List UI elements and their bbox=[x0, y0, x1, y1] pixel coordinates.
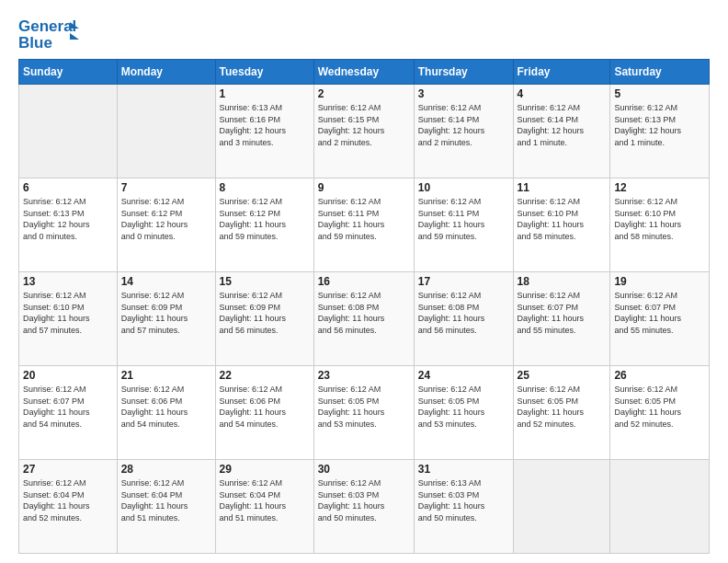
calendar-cell: 4Sunrise: 6:12 AM Sunset: 6:14 PM Daylig… bbox=[513, 85, 610, 178]
day-number: 26 bbox=[614, 369, 705, 382]
calendar-cell: 15Sunrise: 6:12 AM Sunset: 6:09 PM Dayli… bbox=[215, 272, 313, 366]
calendar-cell: 29Sunrise: 6:12 AM Sunset: 6:04 PM Dayli… bbox=[215, 460, 313, 554]
day-number: 2 bbox=[318, 87, 410, 100]
day-number: 17 bbox=[418, 275, 509, 288]
calendar-cell: 21Sunrise: 6:12 AM Sunset: 6:06 PM Dayli… bbox=[117, 366, 215, 460]
calendar-cell: 20Sunrise: 6:12 AM Sunset: 6:07 PM Dayli… bbox=[19, 366, 118, 460]
day-detail: Sunrise: 6:12 AM Sunset: 6:05 PM Dayligh… bbox=[614, 384, 705, 430]
calendar-cell bbox=[513, 460, 610, 554]
day-detail: Sunrise: 6:12 AM Sunset: 6:05 PM Dayligh… bbox=[318, 384, 410, 430]
calendar-cell: 5Sunrise: 6:12 AM Sunset: 6:13 PM Daylig… bbox=[610, 85, 710, 178]
day-number: 4 bbox=[518, 87, 607, 100]
day-number: 28 bbox=[121, 463, 211, 476]
day-detail: Sunrise: 6:12 AM Sunset: 6:07 PM Dayligh… bbox=[518, 290, 607, 336]
day-detail: Sunrise: 6:12 AM Sunset: 6:05 PM Dayligh… bbox=[518, 384, 607, 430]
header-sunday: Sunday bbox=[19, 60, 118, 85]
day-number: 25 bbox=[518, 369, 607, 382]
day-detail: Sunrise: 6:12 AM Sunset: 6:04 PM Dayligh… bbox=[220, 477, 310, 523]
day-number: 31 bbox=[418, 463, 509, 476]
day-detail: Sunrise: 6:12 AM Sunset: 6:04 PM Dayligh… bbox=[121, 477, 211, 523]
day-detail: Sunrise: 6:12 AM Sunset: 6:11 PM Dayligh… bbox=[418, 196, 509, 242]
calendar-cell: 22Sunrise: 6:12 AM Sunset: 6:06 PM Dayli… bbox=[215, 366, 313, 460]
day-number: 15 bbox=[220, 275, 310, 288]
day-detail: Sunrise: 6:12 AM Sunset: 6:08 PM Dayligh… bbox=[318, 290, 410, 336]
day-number: 22 bbox=[220, 369, 310, 382]
calendar-cell: 31Sunrise: 6:13 AM Sunset: 6:03 PM Dayli… bbox=[414, 460, 513, 554]
day-number: 23 bbox=[318, 369, 410, 382]
day-number: 9 bbox=[318, 181, 410, 194]
day-number: 3 bbox=[418, 87, 509, 100]
header-thursday: Thursday bbox=[414, 60, 513, 85]
day-number: 7 bbox=[121, 181, 211, 194]
day-detail: Sunrise: 6:12 AM Sunset: 6:14 PM Dayligh… bbox=[518, 102, 607, 148]
svg-text:Blue: Blue bbox=[18, 34, 52, 52]
day-number: 19 bbox=[614, 275, 705, 288]
logo-svg: GeneralBlue bbox=[18, 15, 87, 52]
day-number: 10 bbox=[418, 181, 509, 194]
day-number: 21 bbox=[121, 369, 211, 382]
header-tuesday: Tuesday bbox=[215, 60, 313, 85]
day-number: 13 bbox=[23, 275, 113, 288]
day-detail: Sunrise: 6:12 AM Sunset: 6:04 PM Dayligh… bbox=[23, 477, 113, 523]
day-number: 5 bbox=[614, 87, 705, 100]
day-number: 12 bbox=[614, 181, 705, 194]
day-detail: Sunrise: 6:12 AM Sunset: 6:10 PM Dayligh… bbox=[614, 196, 705, 242]
day-number: 30 bbox=[318, 463, 410, 476]
day-detail: Sunrise: 6:12 AM Sunset: 6:09 PM Dayligh… bbox=[121, 290, 211, 336]
calendar-cell bbox=[117, 85, 215, 178]
header-wednesday: Wednesday bbox=[313, 60, 414, 85]
day-detail: Sunrise: 6:12 AM Sunset: 6:08 PM Dayligh… bbox=[418, 290, 509, 336]
day-detail: Sunrise: 6:12 AM Sunset: 6:05 PM Dayligh… bbox=[418, 384, 509, 430]
day-number: 27 bbox=[23, 463, 113, 476]
calendar-cell: 8Sunrise: 6:12 AM Sunset: 6:12 PM Daylig… bbox=[215, 178, 313, 272]
day-number: 24 bbox=[418, 369, 509, 382]
day-detail: Sunrise: 6:12 AM Sunset: 6:12 PM Dayligh… bbox=[121, 196, 211, 242]
day-detail: Sunrise: 6:12 AM Sunset: 6:14 PM Dayligh… bbox=[418, 102, 509, 148]
calendar-cell: 1Sunrise: 6:13 AM Sunset: 6:16 PM Daylig… bbox=[215, 85, 313, 178]
calendar-cell: 23Sunrise: 6:12 AM Sunset: 6:05 PM Dayli… bbox=[313, 366, 414, 460]
day-number: 6 bbox=[23, 181, 113, 194]
header-monday: Monday bbox=[117, 60, 215, 85]
day-detail: Sunrise: 6:13 AM Sunset: 6:03 PM Dayligh… bbox=[418, 477, 509, 523]
calendar-cell: 18Sunrise: 6:12 AM Sunset: 6:07 PM Dayli… bbox=[513, 272, 610, 366]
day-detail: Sunrise: 6:12 AM Sunset: 6:06 PM Dayligh… bbox=[121, 384, 211, 430]
day-number: 18 bbox=[518, 275, 607, 288]
calendar: SundayMondayTuesdayWednesdayThursdayFrid… bbox=[18, 59, 710, 554]
calendar-cell bbox=[19, 85, 118, 178]
calendar-cell: 10Sunrise: 6:12 AM Sunset: 6:11 PM Dayli… bbox=[414, 178, 513, 272]
calendar-cell: 2Sunrise: 6:12 AM Sunset: 6:15 PM Daylig… bbox=[313, 85, 414, 178]
day-detail: Sunrise: 6:12 AM Sunset: 6:03 PM Dayligh… bbox=[318, 477, 410, 523]
day-detail: Sunrise: 6:12 AM Sunset: 6:09 PM Dayligh… bbox=[220, 290, 310, 336]
calendar-cell: 3Sunrise: 6:12 AM Sunset: 6:14 PM Daylig… bbox=[414, 85, 513, 178]
day-number: 1 bbox=[220, 87, 310, 100]
calendar-cell: 12Sunrise: 6:12 AM Sunset: 6:10 PM Dayli… bbox=[610, 178, 710, 272]
day-detail: Sunrise: 6:12 AM Sunset: 6:12 PM Dayligh… bbox=[220, 196, 310, 242]
calendar-cell: 16Sunrise: 6:12 AM Sunset: 6:08 PM Dayli… bbox=[313, 272, 414, 366]
day-number: 16 bbox=[318, 275, 410, 288]
calendar-cell: 9Sunrise: 6:12 AM Sunset: 6:11 PM Daylig… bbox=[313, 178, 414, 272]
calendar-cell: 19Sunrise: 6:12 AM Sunset: 6:07 PM Dayli… bbox=[610, 272, 710, 366]
day-detail: Sunrise: 6:12 AM Sunset: 6:11 PM Dayligh… bbox=[318, 196, 410, 242]
day-detail: Sunrise: 6:12 AM Sunset: 6:10 PM Dayligh… bbox=[23, 290, 113, 336]
day-detail: Sunrise: 6:12 AM Sunset: 6:10 PM Dayligh… bbox=[518, 196, 607, 242]
day-number: 8 bbox=[220, 181, 310, 194]
calendar-cell: 17Sunrise: 6:12 AM Sunset: 6:08 PM Dayli… bbox=[414, 272, 513, 366]
day-detail: Sunrise: 6:13 AM Sunset: 6:16 PM Dayligh… bbox=[220, 102, 310, 148]
day-detail: Sunrise: 6:12 AM Sunset: 6:15 PM Dayligh… bbox=[318, 102, 410, 148]
day-detail: Sunrise: 6:12 AM Sunset: 6:06 PM Dayligh… bbox=[220, 384, 310, 430]
day-number: 14 bbox=[121, 275, 211, 288]
day-detail: Sunrise: 6:12 AM Sunset: 6:13 PM Dayligh… bbox=[23, 196, 113, 242]
day-number: 11 bbox=[518, 181, 607, 194]
calendar-cell bbox=[610, 460, 710, 554]
logo: GeneralBlue bbox=[18, 15, 87, 52]
day-number: 29 bbox=[220, 463, 310, 476]
calendar-cell: 30Sunrise: 6:12 AM Sunset: 6:03 PM Dayli… bbox=[313, 460, 414, 554]
calendar-cell: 11Sunrise: 6:12 AM Sunset: 6:10 PM Dayli… bbox=[513, 178, 610, 272]
calendar-cell: 7Sunrise: 6:12 AM Sunset: 6:12 PM Daylig… bbox=[117, 178, 215, 272]
calendar-cell: 26Sunrise: 6:12 AM Sunset: 6:05 PM Dayli… bbox=[610, 366, 710, 460]
day-detail: Sunrise: 6:12 AM Sunset: 6:07 PM Dayligh… bbox=[23, 384, 113, 430]
calendar-cell: 27Sunrise: 6:12 AM Sunset: 6:04 PM Dayli… bbox=[19, 460, 118, 554]
calendar-cell: 28Sunrise: 6:12 AM Sunset: 6:04 PM Dayli… bbox=[117, 460, 215, 554]
day-detail: Sunrise: 6:12 AM Sunset: 6:07 PM Dayligh… bbox=[614, 290, 705, 336]
calendar-cell: 24Sunrise: 6:12 AM Sunset: 6:05 PM Dayli… bbox=[414, 366, 513, 460]
